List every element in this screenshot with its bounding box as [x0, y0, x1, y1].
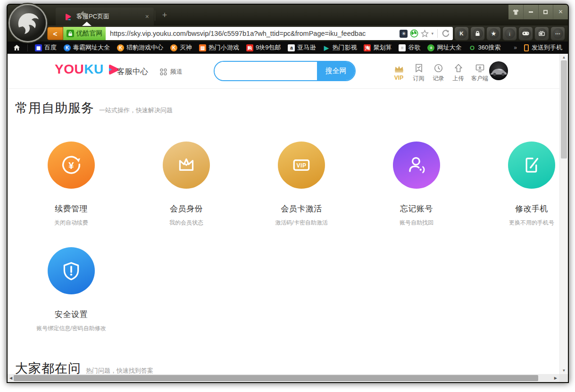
url-field[interactable]: https://sky.vip.youku.com/bwsvip/136/c55…	[106, 27, 453, 40]
scroll-right-arrow[interactable]: ▶	[554, 374, 557, 382]
service-security-settings[interactable]: 安全设置 账号绑定信息/密码自助修改	[18, 247, 124, 333]
accelerator-fan-icon[interactable]	[410, 29, 418, 38]
bookmark-item-9kuai9[interactable]: 购9块9包邮	[246, 43, 281, 52]
upload-menu-item[interactable]: 上传	[450, 63, 467, 83]
gou-icon: 购	[246, 44, 253, 51]
section-title: 常用自助服务	[15, 100, 94, 117]
client-download-icon	[475, 64, 484, 73]
service-renew-management[interactable]: ¥ 续费管理 关闭自动续费	[18, 142, 124, 227]
vertical-scrollbar[interactable]: ▲ ▼	[559, 54, 568, 374]
bookmark-item-duba[interactable]: K毒霸网址大全	[64, 43, 110, 52]
address-bar: < 优酷官网 https://sky.vip.youku.com/bwsvip/…	[8, 25, 568, 42]
favorites-star-button[interactable]: ★	[486, 26, 501, 41]
active-tab-pointer	[82, 22, 92, 26]
channel-button[interactable]: 频道	[159, 67, 183, 76]
download-button[interactable]: ↓	[502, 26, 517, 41]
skin-button[interactable]	[508, 5, 523, 19]
section-self-service-heading: 常用自助服务 一站式操作，快速解决问题	[15, 100, 173, 117]
horizontal-scroll-thumb[interactable]	[14, 375, 538, 381]
scroll-up-arrow[interactable]: ▲	[560, 55, 568, 59]
ring-icon: O	[468, 44, 475, 51]
page-header: YOUKU 客服中心 频道 搜全网	[8, 54, 559, 89]
bookmark-item-liebao-games[interactable]: K猎豹游戏中心	[117, 43, 163, 52]
scroll-down-arrow[interactable]: ▼	[560, 368, 568, 373]
svg-text:¥: ¥	[68, 160, 74, 171]
page-icon: ≡	[399, 44, 406, 51]
page-title: 客服中心	[117, 67, 148, 77]
bookmark-item-wangzhi[interactable]: +网址大全	[427, 43, 461, 52]
more-menu-button[interactable]: ⋯	[550, 26, 565, 41]
horizontal-scrollbar[interactable]: ◀ ▶	[8, 374, 559, 382]
maximize-button[interactable]	[538, 5, 553, 19]
bookmarks-overflow-chevron[interactable]: »	[514, 44, 517, 51]
bookmarks-bar: ▦百度 K毒霸网址大全 K猎豹游戏中心 K灭神 ▤热门小游戏 购9块9包邮 a亚…	[8, 42, 568, 54]
youku-favicon	[64, 13, 72, 21]
liebao-browser-logo[interactable]	[10, 5, 46, 41]
add-bookmark-star-icon[interactable]	[421, 30, 429, 37]
bookmark-item-amazon[interactable]: a亚马逊	[288, 43, 316, 52]
tv-icon	[539, 31, 545, 36]
browser-tab[interactable]: 客服PC页面 ×	[56, 8, 154, 25]
window-controls: ✕	[508, 5, 568, 19]
person-signal-icon	[404, 153, 429, 177]
service-subtitle: 账号绑定信息/密码自助修改	[18, 325, 124, 333]
vip-menu-item[interactable]: VIP	[390, 63, 408, 83]
minimize-button[interactable]	[523, 5, 538, 19]
liebao-games-icon: K	[117, 44, 124, 51]
liebao-k-button[interactable]: K	[454, 26, 469, 41]
home-button[interactable]	[13, 44, 20, 51]
lock-icon	[475, 31, 480, 36]
scrollbar-corner	[559, 374, 568, 382]
browser-window: 客服PC页面 × + ✕ < 优酷官网 https://sky.vip.youk	[7, 4, 569, 383]
titlebar: 客服PC页面 × + ✕	[8, 5, 568, 25]
service-forgot-account[interactable]: 忘记账号 账号自助找回	[364, 142, 469, 227]
client-menu-item[interactable]: 客户端	[469, 63, 490, 83]
games-button[interactable]	[518, 26, 533, 41]
security-lock-button[interactable]	[470, 26, 485, 41]
bookmark-item-movies[interactable]: ▶热门影视	[323, 43, 357, 52]
back-button[interactable]: <	[47, 27, 63, 40]
bookmark-item-juhuasuan[interactable]: 淘聚划算	[364, 43, 392, 52]
minimize-icon	[529, 11, 533, 13]
plus-circle-icon: +	[427, 44, 434, 51]
car-avatar-image	[489, 61, 508, 80]
toolbar-buttons: K ★ ↓ ⋯	[454, 26, 565, 41]
extension-badge-icon[interactable]: ✳	[400, 30, 408, 38]
send-to-phone-button[interactable]: 发送到手机	[524, 43, 562, 52]
bookmark-item-360search[interactable]: O360搜索	[468, 43, 500, 52]
titlebar-back-icon[interactable]	[79, 10, 90, 19]
phone-icon	[524, 44, 529, 51]
user-avatar[interactable]	[489, 61, 508, 80]
vertical-scroll-thumb[interactable]	[561, 60, 567, 158]
close-button[interactable]: ✕	[553, 5, 568, 19]
new-tab-button[interactable]: +	[158, 9, 171, 21]
section-subtitle: 一站式操作，快速解决问题	[99, 106, 173, 115]
service-title: 续费管理	[18, 203, 124, 214]
search-input[interactable]	[215, 62, 317, 80]
lock-icon	[67, 30, 74, 37]
service-title: 会员卡激活	[249, 203, 354, 214]
url-text[interactable]: https://sky.vip.youku.com/bwsvip/136/c55…	[106, 30, 400, 37]
minigames-icon: ▤	[199, 44, 206, 51]
bookmark-item-google[interactable]: ≡谷歌	[399, 43, 420, 52]
bookmark-item-baidu[interactable]: ▦百度	[35, 43, 57, 52]
search-button[interactable]: 搜全网	[317, 62, 355, 80]
bookmark-item-mieshen[interactable]: K灭神	[170, 43, 192, 52]
bookmark-caret-icon[interactable]: ▾	[431, 31, 433, 36]
tv-mode-button[interactable]	[534, 26, 549, 41]
vip-card-icon: VIP	[289, 153, 314, 177]
subscribe-menu-item[interactable]: 订阅	[410, 63, 427, 83]
history-menu-item[interactable]: 记录	[430, 63, 447, 83]
bookmark-item-minigames[interactable]: ▤热门小游戏	[199, 43, 239, 52]
refresh-icon[interactable]	[442, 29, 450, 38]
baidu-icon: ▦	[35, 44, 42, 51]
tao-icon: 淘	[364, 44, 371, 51]
service-card-activation[interactable]: VIP 会员卡激活 激活码/卡密自助激活	[249, 142, 354, 227]
scroll-left-arrow[interactable]: ◀	[9, 374, 12, 382]
youku-logo[interactable]: YOUKU	[55, 62, 121, 77]
service-change-phone[interactable]: 修改手机 更换不用的手机号	[479, 142, 568, 227]
site-verified-badge[interactable]: 优酷官网	[63, 27, 106, 40]
bookmarks-divider	[27, 44, 28, 51]
service-member-status[interactable]: 会员身份 我的会员状态	[133, 142, 239, 227]
tab-close-icon[interactable]: ×	[141, 13, 154, 20]
